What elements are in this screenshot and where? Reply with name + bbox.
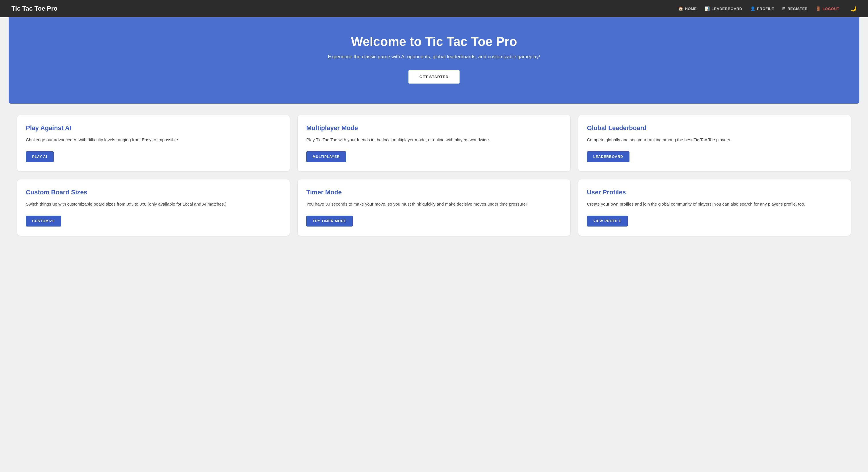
card-leaderboard: Global Leaderboard Compete globally and … [578,115,851,171]
profile-icon: 👤 [750,6,755,11]
card-timer-mode: Timer Mode You have 30 seconds to make y… [298,179,570,236]
hero-section: Welcome to Tic Tac Toe Pro Experience th… [9,17,859,104]
card-play-ai-title: Play Against AI [26,124,281,132]
card-timer-mode-desc: You have 30 seconds to make your move, s… [306,201,561,208]
card-user-profiles-desc: Create your own profiles and join the gl… [587,201,842,208]
leaderboard-button[interactable]: LEADERBOARD [587,151,629,162]
leaderboard-icon: 📊 [705,6,710,11]
get-started-button[interactable]: GET STARTED [408,70,460,84]
hero-title: Welcome to Tic Tac Toe Pro [20,34,848,49]
card-multiplayer-title: Multiplayer Mode [306,124,561,132]
card-custom-board: Custom Board Sizes Switch things up with… [17,179,290,236]
card-multiplayer-desc: Play Tic Tac Toe with your friends in th… [306,137,561,143]
navbar: Tic Tac Toe Pro 🏠 HOME 📊 LEADERBOARD 👤 P… [0,0,868,17]
try-timer-mode-button[interactable]: TRY TIMER MODE [306,216,352,227]
home-icon: 🏠 [678,6,683,11]
dark-mode-toggle[interactable]: 🌙 [850,5,857,12]
multiplayer-button[interactable]: MULTIPLAYER [306,151,346,162]
view-profile-button[interactable]: VIEW PROFILE [587,216,628,227]
cards-grid: Play Against AI Challenge our advanced A… [17,115,851,236]
register-icon: ⊞ [782,6,786,11]
play-ai-button[interactable]: PLAY AI [26,151,54,162]
card-leaderboard-title: Global Leaderboard [587,124,842,132]
logout-icon: 🚪 [816,6,821,11]
card-timer-mode-title: Timer Mode [306,188,561,196]
nav-register[interactable]: ⊞ REGISTER [782,6,808,11]
nav-links: 🏠 HOME 📊 LEADERBOARD 👤 PROFILE ⊞ REGISTE… [678,5,857,12]
nav-leaderboard[interactable]: 📊 LEADERBOARD [705,6,742,11]
card-play-ai: Play Against AI Challenge our advanced A… [17,115,290,171]
card-custom-board-title: Custom Board Sizes [26,188,281,196]
feature-cards-section: Play Against AI Challenge our advanced A… [0,104,868,247]
card-leaderboard-desc: Compete globally and see your ranking am… [587,137,842,143]
card-play-ai-desc: Challenge our advanced AI with difficult… [26,137,281,143]
card-user-profiles-title: User Profiles [587,188,842,196]
card-user-profiles: User Profiles Create your own profiles a… [578,179,851,236]
card-custom-board-desc: Switch things up with customizable board… [26,201,281,208]
customize-button[interactable]: CUSTOMIZE [26,216,61,227]
nav-profile[interactable]: 👤 PROFILE [750,6,774,11]
card-multiplayer: Multiplayer Mode Play Tic Tac Toe with y… [298,115,570,171]
nav-logout[interactable]: 🚪 LOGOUT [816,6,839,11]
nav-home[interactable]: 🏠 HOME [678,6,697,11]
hero-subtitle: Experience the classic game with AI oppo… [20,54,848,60]
brand-logo[interactable]: Tic Tac Toe Pro [11,5,57,12]
